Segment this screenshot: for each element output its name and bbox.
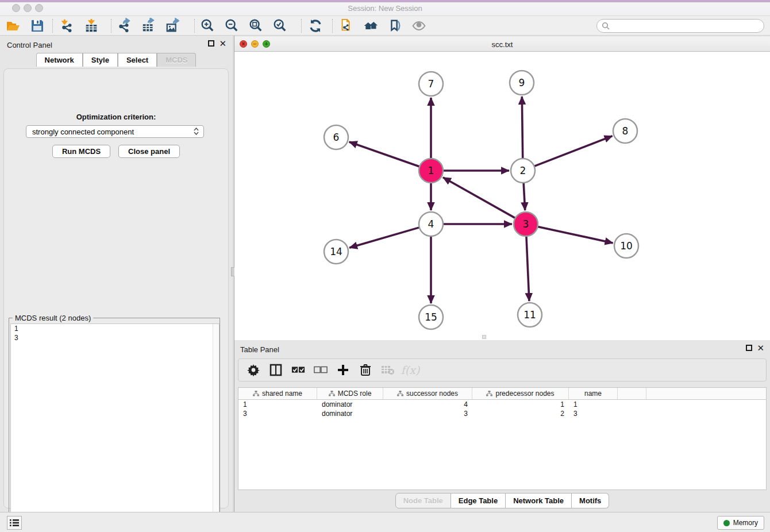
- control-panel: Control Panel ✕ NetworkStyleSelectMCDS O…: [0, 36, 232, 512]
- window-title: Session: New Session: [0, 4, 770, 13]
- graph-node-7[interactable]: 7: [419, 72, 443, 96]
- node-table: shared nameMCDS rolesuccessor nodesprede…: [238, 387, 767, 490]
- control-tab-mcds[interactable]: MCDS: [157, 53, 196, 67]
- column-header-shared-name[interactable]: shared name: [238, 388, 317, 399]
- import-table-icon[interactable]: [84, 18, 99, 33]
- show-columns-icon[interactable]: [269, 363, 283, 377]
- graph-node-4[interactable]: 4: [419, 212, 443, 236]
- edge-3-1[interactable]: [443, 178, 515, 218]
- eye-icon[interactable]: [411, 18, 426, 33]
- edge-2-9[interactable]: [522, 97, 522, 159]
- edge-4-14[interactable]: [349, 228, 419, 248]
- refresh-view-icon[interactable]: [308, 18, 323, 33]
- edge-2-8[interactable]: [534, 136, 613, 167]
- control-tab-network[interactable]: Network: [36, 53, 83, 67]
- search-icon: [602, 22, 610, 30]
- cell-MCDS-role[interactable]: dominator: [317, 400, 383, 410]
- graph-node-6[interactable]: 6: [324, 125, 348, 149]
- graph-node-3[interactable]: 3: [514, 212, 538, 236]
- tab-network-table[interactable]: Network Table: [506, 493, 572, 508]
- export-table-icon[interactable]: [141, 18, 156, 33]
- import-network-icon[interactable]: [60, 18, 75, 33]
- network-canvas[interactable]: 1234678910111415: [234, 52, 770, 340]
- cell-name[interactable]: 3: [569, 410, 618, 419]
- cell-successor-nodes[interactable]: 4: [383, 400, 472, 410]
- tab-node-table[interactable]: Node Table: [395, 493, 451, 508]
- graph-node-2[interactable]: 2: [511, 159, 535, 183]
- titlebar-accent: [0, 0, 770, 2]
- function-builder-icon: f(x): [403, 363, 417, 377]
- control-tab-select[interactable]: Select: [118, 53, 157, 67]
- graph-node-10[interactable]: 10: [614, 234, 638, 258]
- zoom-selected-icon[interactable]: [272, 18, 287, 33]
- cell-predecessor-nodes[interactable]: 2: [472, 410, 569, 419]
- cell-successor-nodes[interactable]: 3: [383, 410, 472, 419]
- criterion-select[interactable]: strongly connected component: [26, 125, 204, 138]
- svg-text:3: 3: [523, 218, 529, 230]
- column-header-name[interactable]: name: [569, 388, 618, 399]
- table-row[interactable]: 1dominator411: [238, 400, 766, 410]
- svg-text:14: 14: [330, 246, 342, 257]
- select-stepper-icon: [194, 128, 199, 135]
- table-row[interactable]: 3dominator323: [238, 410, 766, 419]
- cell-shared-name[interactable]: 1: [238, 400, 317, 410]
- cell-MCDS-role[interactable]: dominator: [317, 410, 383, 419]
- cell-name[interactable]: 1: [569, 400, 618, 410]
- table-close-icon[interactable]: ✕: [757, 345, 764, 351]
- close-panel-icon[interactable]: ✕: [219, 40, 226, 47]
- svg-text:7: 7: [428, 78, 434, 90]
- unselect-all-icon[interactable]: [314, 363, 328, 377]
- open-session-icon[interactable]: [6, 18, 21, 33]
- result-item[interactable]: 3: [11, 333, 219, 342]
- houses-icon[interactable]: [363, 18, 378, 33]
- column-header-successor-nodes[interactable]: successor nodes: [383, 388, 472, 399]
- select-all-icon[interactable]: [291, 363, 305, 377]
- svg-text:15: 15: [425, 311, 437, 323]
- edge-1-6[interactable]: [349, 142, 420, 167]
- hide-labels-icon[interactable]: [387, 18, 402, 33]
- svg-text:2: 2: [520, 165, 526, 176]
- export-network-icon[interactable]: [117, 18, 132, 33]
- mcds-result-list[interactable]: 13: [10, 323, 220, 532]
- column-header-MCDS-role[interactable]: MCDS role: [317, 388, 383, 399]
- canvas-resize-handle[interactable]: [482, 335, 486, 339]
- graph-node-14[interactable]: 14: [324, 240, 348, 264]
- table-settings-gear-icon[interactable]: [247, 363, 260, 377]
- zoom-in-icon[interactable]: [200, 18, 215, 33]
- network-window-titlebar[interactable]: × − + scc.txt: [234, 37, 770, 52]
- cell-predecessor-nodes[interactable]: 1: [472, 400, 569, 410]
- zoom-fit-icon[interactable]: [248, 18, 263, 33]
- graph-node-1[interactable]: 1: [419, 159, 443, 183]
- memory-button[interactable]: Memory: [717, 516, 764, 530]
- result-scrollbar[interactable]: [213, 324, 219, 532]
- graph-node-9[interactable]: 9: [510, 71, 534, 95]
- add-row-icon[interactable]: [336, 363, 350, 377]
- search-input[interactable]: [613, 22, 764, 30]
- graph-node-11[interactable]: 11: [518, 303, 542, 327]
- task-history-button[interactable]: [7, 516, 22, 530]
- zoom-out-icon[interactable]: [224, 18, 239, 33]
- result-item[interactable]: 1: [11, 324, 219, 333]
- edge-3-11[interactable]: [526, 236, 529, 301]
- control-tab-style[interactable]: Style: [83, 53, 118, 67]
- delete-row-icon[interactable]: [359, 363, 372, 377]
- network-view-window: × − + scc.txt 1234678910111415: [234, 36, 770, 340]
- close-panel-button[interactable]: Close panel: [118, 145, 180, 158]
- column-header-predecessor-nodes[interactable]: predecessor nodes: [472, 388, 569, 399]
- list-icon: [10, 519, 19, 527]
- cell-shared-name[interactable]: 3: [238, 410, 317, 419]
- export-image-icon[interactable]: [165, 18, 180, 33]
- edge-3-10[interactable]: [538, 226, 613, 242]
- save-session-icon[interactable]: [30, 18, 45, 33]
- graph-node-8[interactable]: 8: [613, 119, 637, 143]
- table-float-icon[interactable]: [746, 345, 752, 351]
- graph-node-15[interactable]: 15: [419, 305, 443, 329]
- run-mcds-button[interactable]: Run MCDS: [52, 145, 110, 158]
- edge-2-3[interactable]: [523, 183, 525, 210]
- search-field[interactable]: [596, 19, 764, 33]
- float-panel-icon[interactable]: [208, 40, 214, 47]
- tab-edge-table[interactable]: Edge Table: [451, 493, 506, 508]
- tab-motifs[interactable]: Motifs: [572, 493, 609, 508]
- column-header-filler: [618, 388, 646, 399]
- clone-network-icon[interactable]: [339, 18, 354, 33]
